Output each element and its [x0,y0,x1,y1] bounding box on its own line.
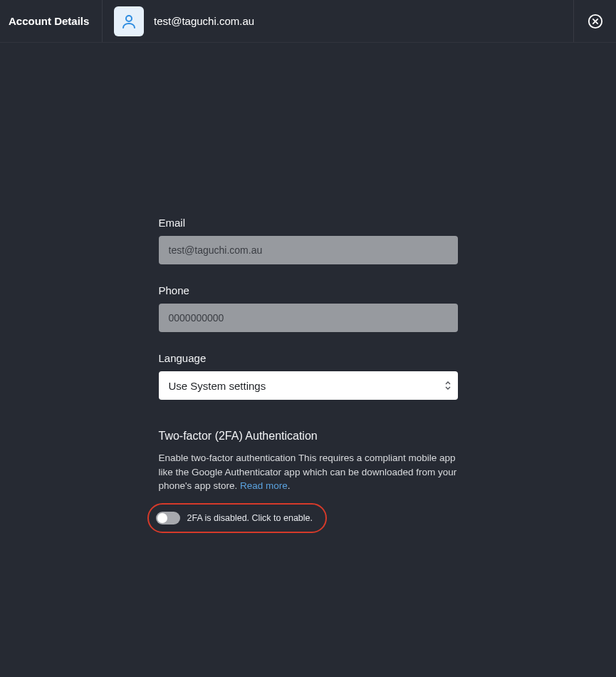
twofa-toggle-label: 2FA is disabled. Click to enable. [187,513,313,523]
language-select-wrap: Use System settings [159,371,458,400]
twofa-toggle-row: 2FA is disabled. Click to enable. [147,503,328,533]
close-icon [588,14,603,29]
twofa-title: Two-factor (2FA) Authentication [159,430,458,443]
read-more-link[interactable]: Read more [240,480,288,491]
close-button[interactable] [573,0,616,42]
email-label: Email [159,217,458,229]
svg-point-0 [126,16,132,21]
twofa-toggle[interactable] [156,512,180,524]
header-email: test@taguchi.com.au [154,15,254,27]
user-icon [114,6,144,36]
phone-field[interactable] [159,304,458,332]
email-field[interactable] [159,236,458,264]
language-label: Language [159,352,458,364]
account-form: Email Phone Language Use System settings… [159,217,458,533]
header: Account Details test@taguchi.com.au [0,0,616,43]
twofa-description: Enable two-factor authentication This re… [159,451,458,493]
phone-label: Phone [159,284,458,296]
page-title: Account Details [0,0,103,42]
main: Email Phone Language Use System settings… [0,43,616,533]
header-user: test@taguchi.com.au [103,0,573,42]
language-select[interactable]: Use System settings [159,371,458,400]
